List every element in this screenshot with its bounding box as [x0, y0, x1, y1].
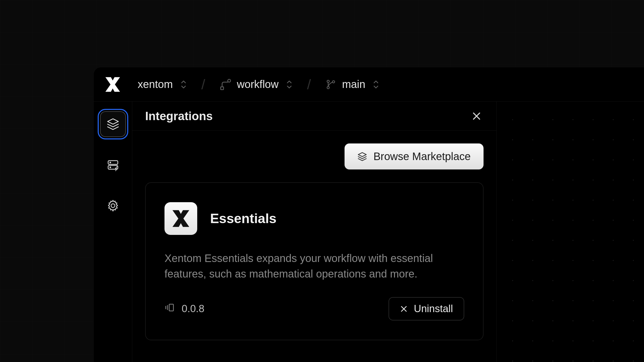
- svg-point-1: [228, 79, 230, 82]
- chevron-sort-icon: [180, 80, 187, 89]
- uninstall-button[interactable]: Uninstall: [389, 297, 464, 320]
- integration-card: Essentials Xentom Essentials expands you…: [145, 182, 484, 340]
- close-button[interactable]: [470, 109, 484, 123]
- sidebar-item-settings[interactable]: [100, 193, 126, 219]
- gear-icon: [107, 199, 119, 212]
- integration-version-value: 0.0.8: [182, 303, 204, 315]
- integration-description: Xentom Essentials expands your workflow …: [164, 250, 464, 282]
- sidebar-item-storage[interactable]: [100, 152, 126, 178]
- panel-body: Browse Marketplace Essentials: [132, 131, 496, 353]
- breadcrumb-branch-label: main: [342, 78, 365, 90]
- versions-icon: [164, 302, 175, 315]
- integration-version: 0.0.8: [164, 302, 204, 315]
- browse-marketplace-button[interactable]: Browse Marketplace: [345, 143, 484, 169]
- breadcrumb-branch[interactable]: main: [325, 78, 379, 90]
- svg-point-10: [111, 204, 115, 208]
- breadcrumb-org[interactable]: xentom: [138, 78, 187, 90]
- sidebar: [94, 102, 132, 362]
- svg-marker-5: [108, 119, 118, 124]
- breadcrumb-project-label: workflow: [237, 78, 279, 90]
- x-logo-icon: [170, 208, 191, 229]
- content-area: Integrations: [132, 102, 644, 362]
- layers-icon: [107, 118, 119, 131]
- git-branch-icon: [325, 79, 336, 90]
- svg-rect-14: [169, 304, 173, 311]
- svg-rect-0: [221, 87, 224, 90]
- svg-marker-13: [358, 153, 366, 157]
- panel-title: Integrations: [145, 109, 213, 123]
- layers-icon: [357, 152, 367, 161]
- integration-name: Essentials: [210, 211, 276, 226]
- svg-point-4: [332, 80, 335, 83]
- chevron-sort-icon: [373, 80, 379, 89]
- close-icon: [400, 305, 408, 313]
- canvas-area[interactable]: [497, 102, 644, 362]
- server-bolt-icon: [107, 158, 119, 171]
- integration-icon: [164, 202, 197, 235]
- breadcrumb-separator: /: [194, 76, 212, 93]
- topbar: xentom / workflow: [94, 67, 644, 102]
- actions-row: Browse Marketplace: [145, 143, 484, 169]
- breadcrumb-project[interactable]: workflow: [220, 78, 293, 90]
- breadcrumb-org-label: xentom: [138, 78, 173, 90]
- sidebar-item-integrations[interactable]: [100, 111, 126, 137]
- app-window: xentom / workflow: [93, 67, 644, 362]
- breadcrumb-separator: /: [300, 76, 318, 93]
- browse-marketplace-label: Browse Marketplace: [374, 150, 471, 162]
- uninstall-label: Uninstall: [414, 303, 453, 315]
- workflow-icon: [220, 79, 231, 90]
- svg-point-9: [110, 167, 111, 168]
- close-icon: [471, 111, 482, 121]
- card-footer: 0.0.8 Uninstall: [164, 297, 464, 320]
- main-area: Integrations: [94, 102, 644, 362]
- panel-header: Integrations: [132, 102, 496, 131]
- integrations-panel: Integrations: [132, 102, 497, 362]
- svg-point-8: [110, 162, 111, 163]
- app-logo[interactable]: [103, 75, 122, 94]
- canvas-dot-grid: [497, 102, 644, 362]
- x-logo-icon: [104, 75, 122, 94]
- card-header: Essentials: [164, 202, 464, 235]
- chevron-sort-icon: [286, 80, 292, 89]
